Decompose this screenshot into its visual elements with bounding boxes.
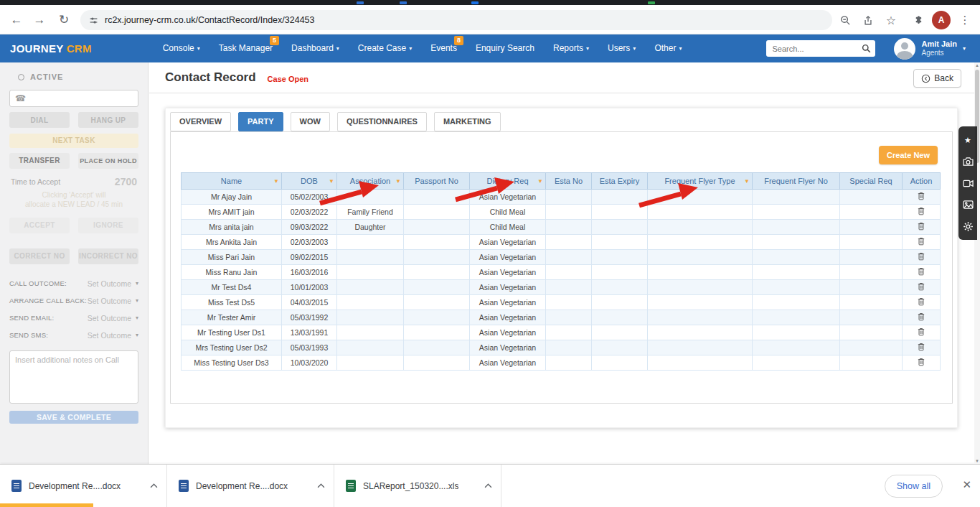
browser-menu-icon[interactable]: ⋮ [957,12,973,28]
filter-caret-icon[interactable]: ▼ [395,178,401,185]
chevron-down-icon: ▾ [136,280,138,287]
browser-back-button[interactable]: ← [7,11,26,29]
nav-item[interactable]: Dashboard ▾ [282,34,349,62]
delete-trash-icon[interactable] [918,282,925,291]
phone-number-field[interactable]: ☎ [9,90,138,107]
share-icon[interactable] [860,12,876,28]
user-menu[interactable]: Amit Jain Agents ▾ [894,38,966,60]
filter-caret-icon[interactable]: ▼ [329,178,334,185]
place-on-hold-button[interactable]: PLACE ON HOLD [78,153,138,169]
bookmark-star-icon[interactable]: ☆ [883,12,899,28]
nav-item[interactable]: Task Manager ▾ 5 [209,34,282,62]
record-tab[interactable]: QUESTIONNAIRES [337,112,427,131]
extensions-puzzle-icon[interactable] [910,12,925,28]
address-bar[interactable]: rc2x.journey-crm.co.uk/ContactRecord/Ind… [80,10,832,30]
transfer-button[interactable]: TRANSFER [9,153,70,169]
delete-trash-icon[interactable] [918,222,925,231]
pin-star-icon[interactable]: ★ [961,134,974,146]
nav-item[interactable]: Create Case ▾ [349,34,421,62]
record-tab[interactable]: PARTY [238,112,283,131]
cell-dob: 05/03/1993 [282,340,337,355]
nav-item[interactable]: Users ▾ [598,34,645,62]
site-info-icon[interactable] [89,16,98,25]
phone-input[interactable] [30,94,133,103]
record-tab[interactable]: MARKETING [434,112,501,131]
cell-passport-no [404,295,470,310]
close-downloads-icon[interactable]: ✕ [962,478,971,491]
nav-item-label: Task Manager [219,34,273,62]
gear-icon[interactable] [961,220,974,233]
global-search[interactable] [766,40,875,57]
outcome-select[interactable]: Set Outcome ▾ [88,331,138,340]
hang-up-button[interactable]: HANG UP [78,112,138,128]
outcome-select[interactable]: Set Outcome ▾ [88,314,138,322]
dial-button[interactable]: DIAL [9,112,70,128]
column-header[interactable]: Special Req ▼ [840,173,903,190]
delete-trash-icon[interactable] [918,343,925,351]
column-header[interactable]: Frequent Flyer Type ▼ [648,173,753,190]
accept-button[interactable]: ACCEPT [9,218,70,233]
show-all-button[interactable]: Show all [885,475,943,498]
zoom-icon[interactable] [837,12,853,28]
browser-reload-button[interactable]: ↻ [55,11,73,29]
video-camera-icon[interactable] [961,177,974,190]
download-chevron-icon[interactable] [150,483,158,488]
column-header[interactable]: Passport No ▼ [404,173,470,190]
column-header[interactable]: Esta Expiry ▼ [592,173,648,190]
download-chevron-icon[interactable] [484,483,492,488]
delete-trash-icon[interactable] [918,237,925,246]
delete-trash-icon[interactable] [918,327,925,336]
delete-trash-icon[interactable] [918,267,925,276]
cell-frequent-flyer-type [648,355,753,371]
next-task-button[interactable]: NEXT TASK [9,134,138,148]
nav-item[interactable]: Events ▾ 8 [421,34,466,62]
delete-trash-icon[interactable] [918,207,925,215]
download-chevron-icon[interactable] [317,483,325,488]
brand-logo[interactable]: JOURNEYCRM [10,42,92,55]
filter-caret-icon[interactable]: ▼ [537,178,543,185]
download-item[interactable]: Development Re....docx [167,465,334,507]
cell-association [337,280,404,295]
download-item[interactable]: SLAReport_150320....xls [334,465,501,507]
column-header[interactable]: Frequent Flyer No ▼ [753,173,840,190]
nav-item[interactable]: Console ▾ [154,34,209,62]
scroll-down-icon[interactable]: ▼ [974,459,980,463]
nav-item[interactable]: Other ▾ [645,34,691,62]
back-button[interactable]: Back [913,69,961,88]
filter-caret-icon[interactable]: ▼ [744,178,750,185]
create-new-button[interactable]: Create New [879,146,938,164]
browser-forward-button[interactable]: → [30,11,49,29]
outcome-select[interactable]: Set Outcome ▾ [88,279,138,288]
outcome-select[interactable]: Set Outcome ▾ [88,297,138,305]
column-header[interactable]: Association ▼ [337,173,404,190]
delete-trash-icon[interactable] [918,358,925,366]
incorrect-no-button[interactable]: INCORRECT NO [78,248,138,264]
nav-item[interactable]: Reports ▾ [544,34,598,62]
record-tab[interactable]: WOW [291,112,330,131]
correct-no-button[interactable]: CORRECT NO [9,248,70,264]
record-tab[interactable]: OVERVIEW [170,112,231,131]
scroll-up-icon[interactable]: ▲ [974,63,980,68]
camera-icon[interactable] [961,155,974,168]
save-complete-button[interactable]: SAVE & COMPLETE [9,411,138,424]
delete-trash-icon[interactable] [918,192,925,200]
download-item[interactable]: Development Re....docx [0,465,167,507]
delete-trash-icon[interactable] [918,252,925,261]
delete-trash-icon[interactable] [918,312,925,321]
browser-tab-strip[interactable] [0,0,980,5]
search-icon[interactable] [862,44,871,53]
column-header[interactable]: DOB ▼ [282,173,337,190]
filter-caret-icon[interactable]: ▼ [273,178,279,185]
column-header[interactable]: Esta No ▼ [546,173,592,190]
page-scrollbar[interactable]: ▲ ▼ [974,62,980,464]
ignore-button[interactable]: IGNORE [78,218,138,233]
search-input[interactable] [772,45,862,53]
column-header[interactable]: Action ▼ [903,173,941,190]
gallery-icon[interactable] [961,198,974,211]
column-header[interactable]: Name ▼ [182,173,282,190]
call-notes-textarea[interactable] [9,350,138,404]
column-header[interactable]: Dietary Req ▼ [470,173,546,190]
nav-item[interactable]: Enquiry Search ▾ [466,34,544,62]
browser-profile-avatar[interactable]: A [932,11,951,29]
delete-trash-icon[interactable] [918,297,925,306]
